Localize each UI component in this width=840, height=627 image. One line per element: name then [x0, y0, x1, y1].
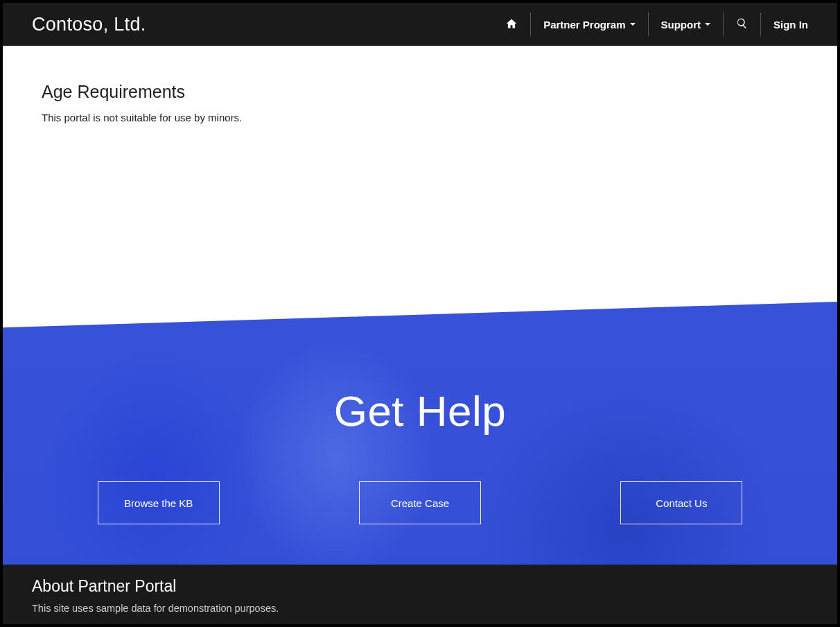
nav-partner-program-label: Partner Program [543, 19, 625, 31]
nav-sign-in-label: Sign In [773, 19, 808, 31]
top-navbar: Contoso, Ltd. Partner Program Support [3, 3, 837, 46]
chevron-down-icon [630, 23, 636, 26]
hero-inner: Get Help Browse the KB Create Case Conta… [3, 302, 837, 565]
page-frame: Contoso, Ltd. Partner Program Support [3, 3, 837, 624]
nav-right: Partner Program Support Sign In [493, 3, 808, 46]
contact-us-button[interactable]: Contact Us [620, 481, 742, 524]
footer-text: This site uses sample data for demonstra… [32, 603, 808, 614]
nav-home[interactable] [493, 12, 531, 36]
page-title: Age Requirements [42, 82, 798, 102]
nav-sign-in[interactable]: Sign In [761, 12, 808, 36]
nav-support-label: Support [661, 19, 701, 31]
hero-section: Get Help Browse the KB Create Case Conta… [3, 302, 837, 624]
page-text: This portal is not suitable for use by m… [42, 112, 798, 123]
hero-title: Get Help [334, 386, 507, 436]
chevron-down-icon [705, 23, 710, 26]
footer-title: About Partner Portal [32, 577, 808, 596]
nav-search[interactable] [724, 12, 761, 36]
search-icon [736, 17, 748, 31]
nav-partner-program[interactable]: Partner Program [531, 12, 648, 36]
create-case-button[interactable]: Create Case [359, 481, 481, 524]
hero-buttons: Browse the KB Create Case Contact Us [3, 481, 837, 524]
footer: About Partner Portal This site uses samp… [3, 565, 837, 624]
page-body: Age Requirements This portal is not suit… [3, 46, 837, 151]
home-icon [505, 18, 518, 31]
nav-support[interactable]: Support [649, 12, 724, 36]
browse-kb-button[interactable]: Browse the KB [98, 481, 220, 524]
content-area: Age Requirements This portal is not suit… [3, 46, 837, 624]
brand-link[interactable]: Contoso, Ltd. [32, 14, 146, 35]
